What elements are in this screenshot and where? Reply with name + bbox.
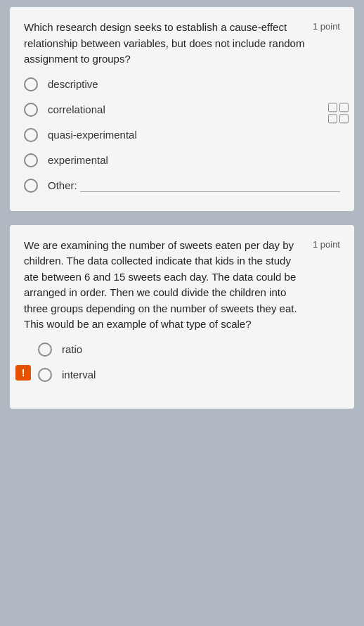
option-label-correlational: correlational xyxy=(48,103,105,115)
question-card-1: Which research design seeks to establish… xyxy=(10,7,354,211)
points-label-1: 1 point xyxy=(313,21,340,32)
option-descriptive[interactable]: descriptive xyxy=(24,77,340,91)
grid-cell-bl xyxy=(328,114,337,123)
option-other[interactable]: Other: xyxy=(24,179,340,193)
option-interval[interactable]: interval xyxy=(38,368,340,382)
options-list-1: descriptive correlational quasi-experime… xyxy=(24,77,340,193)
question-text-1: Which research design seeks to establish… xyxy=(24,20,306,68)
grid-icon xyxy=(328,103,349,123)
option-label-quasi: quasi-experimental xyxy=(48,129,137,141)
question-header-2: We are examining the number of sweets ea… xyxy=(24,238,340,333)
grid-cell-tr xyxy=(339,103,349,112)
option-label-other: Other: xyxy=(48,179,77,191)
points-label-2: 1 point xyxy=(313,239,340,250)
option-label-ratio: ratio xyxy=(62,343,82,355)
radio-circle-descriptive[interactable] xyxy=(24,77,38,91)
radio-circle-ratio[interactable] xyxy=(38,343,52,357)
options-list-2: ratio interval xyxy=(24,343,340,382)
alert-icon: ! xyxy=(15,365,31,381)
option-label-interval: interval xyxy=(62,369,96,381)
option-label-experimental: experimental xyxy=(48,154,108,166)
radio-circle-other[interactable] xyxy=(24,179,38,193)
radio-circle-interval[interactable] xyxy=(38,368,52,382)
grid-row-bottom xyxy=(328,114,349,123)
radio-circle-experimental[interactable] xyxy=(24,153,38,167)
question-header-1: Which research design seeks to establish… xyxy=(24,20,340,68)
question-card-2: We are examining the number of sweets ea… xyxy=(10,225,354,409)
radio-circle-quasi[interactable] xyxy=(24,128,38,142)
option-correlational[interactable]: correlational xyxy=(24,103,340,117)
other-text-input[interactable] xyxy=(80,179,340,192)
option-label-descriptive: descriptive xyxy=(48,78,98,90)
grid-cell-tl xyxy=(328,103,337,112)
radio-circle-correlational[interactable] xyxy=(24,103,38,117)
grid-row-top xyxy=(328,103,349,112)
grid-cell-br xyxy=(339,114,349,123)
option-quasi-experimental[interactable]: quasi-experimental xyxy=(24,128,340,142)
option-experimental[interactable]: experimental xyxy=(24,153,340,167)
question-text-2: We are examining the number of sweets ea… xyxy=(24,238,306,333)
option-ratio[interactable]: ratio xyxy=(38,343,340,357)
